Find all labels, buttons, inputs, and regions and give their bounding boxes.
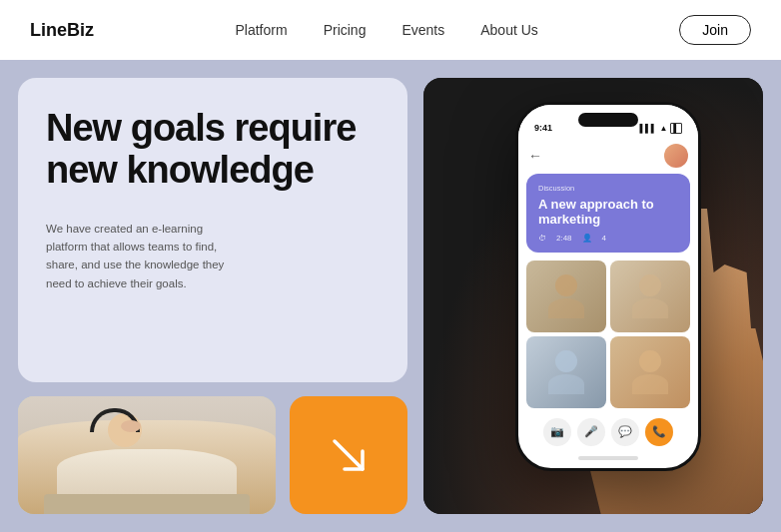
wifi-icon: ▲ xyxy=(659,124,667,133)
nav-item-pricing[interactable]: Pricing xyxy=(324,21,367,39)
video-cell-3 xyxy=(526,336,606,408)
join-button[interactable]: Join xyxy=(679,15,751,45)
user-avatar xyxy=(664,144,688,168)
person-silhouette-4 xyxy=(610,336,690,408)
nav-item-about[interactable]: About Us xyxy=(480,21,538,39)
call-button[interactable]: 📞 xyxy=(645,418,673,446)
signal-icon: ▌▌▌ xyxy=(639,124,656,133)
meta-time: 2:48 xyxy=(556,234,572,243)
main-content: New goals require new knowledge We have … xyxy=(0,60,781,532)
battery-icon: ▌ xyxy=(670,123,682,134)
arrow-diagonal-icon xyxy=(325,431,373,479)
headphones-photo xyxy=(18,396,276,514)
nav-link-events[interactable]: Events xyxy=(401,22,444,38)
discussion-title: A new approach to marketing xyxy=(538,197,678,228)
logo: LineBiz xyxy=(30,20,94,41)
orange-arrow-card[interactable] xyxy=(290,396,407,514)
status-time: 9:41 xyxy=(534,123,552,133)
video-toggle-button[interactable]: 📷 xyxy=(543,418,571,446)
home-bar xyxy=(578,456,638,460)
chat-button[interactable]: 💬 xyxy=(611,418,639,446)
person-silhouette-1 xyxy=(526,261,606,332)
meta-people-icon: 👤 xyxy=(582,234,592,243)
person-silhouette-2 xyxy=(610,261,690,332)
navbar: LineBiz Platform Pricing Events About Us… xyxy=(0,0,781,60)
mic-toggle-button[interactable]: 🎤 xyxy=(577,418,605,446)
nav-link-about[interactable]: About Us xyxy=(480,22,538,38)
hero-description: We have created an e-learning platform t… xyxy=(46,220,226,293)
discussion-card: Discussion A new approach to marketing ⏱… xyxy=(526,174,690,253)
svg-line-0 xyxy=(335,441,363,469)
discussion-label: Discussion xyxy=(538,184,678,193)
status-icons: ▌▌▌ ▲ ▌ xyxy=(639,123,682,134)
nav-link-pricing[interactable]: Pricing xyxy=(324,22,367,38)
phone-header: ← xyxy=(518,138,698,174)
meta-clock-icon: ⏱ xyxy=(538,234,546,243)
video-grid xyxy=(518,261,698,408)
hero-title: New goals require new knowledge xyxy=(46,108,380,192)
person-silhouette-3 xyxy=(526,336,606,408)
nav-item-platform[interactable]: Platform xyxy=(236,21,288,39)
video-cell-1 xyxy=(526,261,606,332)
phone-controls: 📷 🎤 💬 📞 xyxy=(526,412,690,452)
nav-item-events[interactable]: Events xyxy=(401,21,444,39)
phone-status-bar: 9:41 ▌▌▌ ▲ ▌ xyxy=(518,105,698,138)
phone-mockup: 9:41 ▌▌▌ ▲ ▌ ← Discussion A new approach… xyxy=(515,102,701,471)
video-cell-2 xyxy=(610,261,690,332)
right-panel: 9:41 ▌▌▌ ▲ ▌ ← Discussion A new approach… xyxy=(423,78,763,514)
dynamic-island xyxy=(578,113,638,127)
left-panel: New goals require new knowledge We have … xyxy=(18,78,407,514)
photo-card xyxy=(18,396,276,514)
nav-link-platform[interactable]: Platform xyxy=(236,22,288,38)
meta-people-count: 4 xyxy=(602,234,606,243)
bottom-row xyxy=(18,396,407,514)
hero-card: New goals require new knowledge We have … xyxy=(18,78,407,382)
video-cell-4 xyxy=(610,336,690,408)
discussion-meta: ⏱ 2:48 👤 4 xyxy=(538,234,678,243)
nav-links: Platform Pricing Events About Us xyxy=(236,21,538,39)
back-button[interactable]: ← xyxy=(528,148,542,164)
